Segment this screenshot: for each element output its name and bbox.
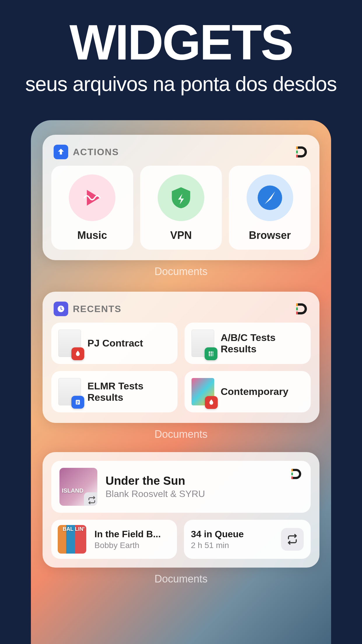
next-track-title: In the Field B...: [94, 529, 171, 540]
vpn-shield-icon: [158, 174, 204, 221]
actions-widget[interactable]: ACTIONS Music: [43, 135, 319, 260]
next-track-artist: Bobby Earth: [94, 541, 171, 550]
brand-d-icon: [294, 145, 308, 159]
actions-caption: Documents: [43, 265, 319, 278]
repeat-icon: [84, 492, 97, 506]
action-vpn-label: VPN: [170, 229, 192, 242]
album-art-text: ISLAND: [62, 487, 83, 494]
file-thumb-icon: [58, 330, 81, 357]
recents-header-title: RECENTS: [73, 304, 122, 314]
album-art-text: BAL LIN': [63, 527, 85, 532]
recent-file-pj-contract[interactable]: PJ Contract: [51, 323, 178, 364]
brand-d-icon: [289, 467, 303, 481]
action-music-label: Music: [77, 229, 107, 242]
action-music[interactable]: Music: [51, 166, 133, 250]
music-widget[interactable]: ISLAND Under the Sun Blank Roosvelt & SY…: [43, 452, 319, 568]
album-art-icon: ISLAND: [59, 468, 97, 506]
file-thumb-icon: [58, 378, 81, 405]
pdf-badge-icon: [205, 396, 218, 409]
recents-caption: Documents: [43, 428, 319, 440]
action-vpn[interactable]: VPN: [140, 166, 222, 250]
hero-title: WIDGETS: [0, 18, 362, 67]
brand-d-icon: [294, 302, 308, 316]
svg-rect-6: [296, 307, 298, 310]
recent-file-label: Contemporary: [221, 386, 288, 397]
music-caption: Documents: [43, 573, 319, 585]
actions-header-title: ACTIONS: [73, 147, 119, 158]
recents-clock-icon: [54, 302, 68, 316]
shuffle-button[interactable]: [281, 528, 304, 551]
now-playing-title: Under the Sun: [106, 474, 303, 487]
file-thumb-icon: [191, 378, 214, 405]
recents-widget[interactable]: RECENTS PJ Contract: [43, 292, 319, 423]
svg-rect-1: [296, 150, 298, 153]
actions-header-icon: [54, 145, 68, 159]
svg-rect-10: [291, 469, 293, 472]
file-thumb-icon: [191, 330, 214, 357]
phone-frame: ACTIONS Music: [31, 120, 331, 644]
recent-file-abc-tests[interactable]: A/B/C Tests Results: [184, 323, 311, 364]
actions-header: ACTIONS: [51, 144, 311, 166]
browser-compass-icon: [247, 174, 293, 221]
svg-rect-7: [296, 312, 298, 314]
queue-duration: 2 h 51 min: [191, 541, 244, 550]
queue-row[interactable]: 34 in Queue 2 h 51 min: [184, 520, 311, 559]
svg-rect-11: [291, 473, 293, 475]
recents-header: RECENTS: [51, 300, 311, 323]
doc-badge-icon: [71, 396, 84, 409]
album-art-icon: BAL LIN': [58, 525, 86, 554]
queue-title: 34 in Queue: [191, 529, 244, 540]
recent-file-elmr-tests[interactable]: ELMR Tests Results: [51, 371, 178, 412]
svg-rect-2: [296, 155, 298, 158]
recent-file-label: PJ Contract: [87, 337, 143, 349]
recent-file-contemporary[interactable]: Contemporary: [184, 371, 311, 412]
repeat-icon: [287, 533, 298, 545]
next-track-row[interactable]: BAL LIN' In the Field B... Bobby Earth: [51, 520, 177, 559]
svg-rect-8: [209, 351, 213, 356]
recent-file-label: ELMR Tests Results: [87, 380, 171, 403]
pdf-badge-icon: [71, 347, 84, 360]
now-playing-row[interactable]: ISLAND Under the Sun Blank Roosvelt & SY…: [51, 461, 311, 513]
hero-subtitle: seus arquivos na ponta dos desdos: [0, 72, 362, 96]
music-play-icon: [69, 174, 115, 221]
action-browser[interactable]: Browser: [229, 166, 311, 250]
action-browser-label: Browser: [249, 229, 291, 242]
svg-rect-5: [296, 303, 298, 306]
sheet-badge-icon: [205, 347, 217, 360]
svg-rect-12: [291, 476, 293, 479]
recent-file-label: A/B/C Tests Results: [221, 332, 304, 355]
svg-rect-0: [296, 146, 298, 149]
now-playing-artist: Blank Roosvelt & SYRU: [106, 489, 303, 499]
